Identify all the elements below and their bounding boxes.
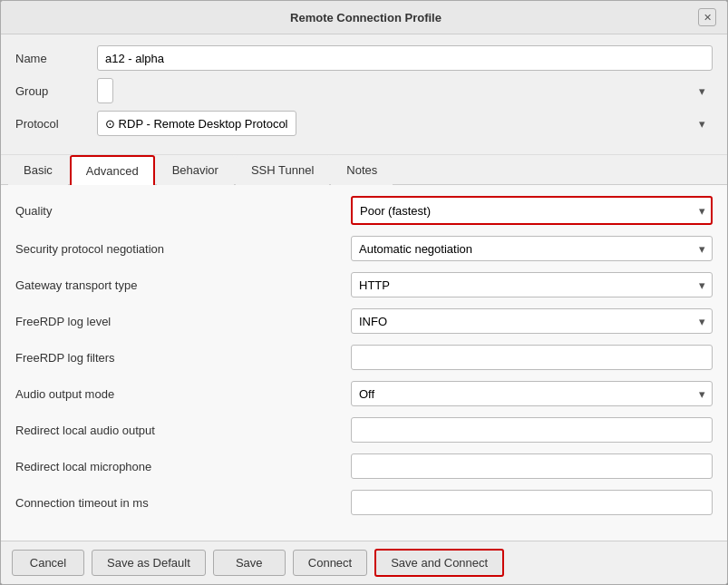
redirect-audio-row: Redirect local audio output (15, 417, 713, 443)
tab-basic[interactable]: Basic (8, 155, 68, 185)
name-label: Name (15, 52, 97, 65)
redirect-mic-label: Redirect local microphone (15, 460, 351, 473)
gateway-control: HTTP RPC (351, 272, 713, 297)
group-label: Group (15, 84, 97, 98)
name-input[interactable] (97, 45, 713, 71)
connection-timeout-label: Connection timeout in ms (15, 496, 351, 510)
tab-content-advanced: Quality Poor (fastest) Medium Good Best … (1, 185, 727, 541)
audio-output-label: Audio output mode (15, 387, 351, 401)
redirect-audio-control (351, 417, 713, 443)
group-select-wrapper (97, 78, 713, 103)
protocol-select[interactable]: ⊙ RDP - Remote Desktop Protocol (97, 111, 296, 136)
quality-select-wrapper: Poor (fastest) Medium Good Best (slowest… (351, 196, 713, 225)
protocol-select-wrapper: ⊙ RDP - Remote Desktop Protocol (97, 111, 713, 136)
redirect-mic-row: Redirect local microphone (15, 453, 713, 479)
gateway-select[interactable]: HTTP RPC (351, 272, 713, 297)
tab-behavior[interactable]: Behavior (157, 155, 234, 185)
quality-row: Quality Poor (fastest) Medium Good Best … (15, 196, 713, 225)
freerdp-filters-control (351, 345, 713, 370)
connect-button[interactable]: Connect (293, 550, 367, 576)
save-connect-button[interactable]: Save and Connect (374, 549, 504, 577)
protocol-label: Protocol (15, 117, 97, 131)
audio-output-control: Off Local Remote (351, 381, 713, 406)
gateway-row: Gateway transport type HTTP RPC (15, 272, 713, 297)
group-row: Group (15, 78, 713, 103)
save-button[interactable]: Save (213, 550, 286, 576)
form-area: Name Group Protocol ⊙ RDP - Remote Deskt… (1, 34, 727, 155)
name-row: Name (15, 45, 713, 71)
security-select[interactable]: Automatic negotiation NLA TLS RDP (351, 236, 713, 261)
close-button[interactable]: ✕ (698, 8, 716, 26)
freerdp-log-row: FreeRDP log level INFO DEBUG WARN ERROR (15, 308, 713, 334)
freerdp-log-select[interactable]: INFO DEBUG WARN ERROR (351, 308, 713, 334)
freerdp-log-control: INFO DEBUG WARN ERROR (351, 308, 713, 334)
quality-label: Quality (15, 204, 351, 218)
gateway-select-wrapper: HTTP RPC (351, 272, 713, 297)
redirect-audio-input[interactable] (351, 417, 713, 443)
footer: Cancel Save as Default Save Connect Save… (1, 541, 727, 584)
tabs-bar: Basic Advanced Behavior SSH Tunnel Notes (1, 155, 727, 185)
redirect-audio-label: Redirect local audio output (15, 424, 351, 437)
security-label: Security protocol negotiation (15, 242, 351, 256)
connection-timeout-input[interactable] (351, 490, 713, 515)
security-control: Automatic negotiation NLA TLS RDP (351, 236, 713, 261)
quality-control: Poor (fastest) Medium Good Best (slowest… (351, 196, 713, 225)
freerdp-filters-label: FreeRDP log filters (15, 351, 351, 365)
cancel-button[interactable]: Cancel (12, 550, 84, 576)
freerdp-log-select-wrapper: INFO DEBUG WARN ERROR (351, 308, 713, 334)
redirect-mic-control (351, 453, 713, 479)
tab-advanced[interactable]: Advanced (70, 155, 155, 185)
save-default-button[interactable]: Save as Default (92, 550, 206, 576)
audio-output-select-wrapper: Off Local Remote (351, 381, 713, 406)
tab-ssh-tunnel[interactable]: SSH Tunnel (236, 155, 329, 185)
connection-timeout-control (351, 490, 713, 515)
dialog-title: Remote Connection Profile (34, 11, 698, 24)
freerdp-log-label: FreeRDP log level (15, 315, 351, 328)
audio-output-row: Audio output mode Off Local Remote (15, 381, 713, 406)
title-bar: Remote Connection Profile ✕ (1, 1, 727, 34)
remote-connection-dialog: Remote Connection Profile ✕ Name Group P… (0, 0, 728, 585)
connection-timeout-row: Connection timeout in ms (15, 490, 713, 515)
protocol-row: Protocol ⊙ RDP - Remote Desktop Protocol (15, 111, 713, 136)
group-select[interactable] (97, 78, 113, 103)
gateway-label: Gateway transport type (15, 278, 351, 292)
freerdp-filters-input[interactable] (351, 345, 713, 370)
redirect-mic-input[interactable] (351, 453, 713, 479)
audio-output-select[interactable]: Off Local Remote (351, 381, 713, 406)
freerdp-filters-row: FreeRDP log filters (15, 345, 713, 370)
quality-select[interactable]: Poor (fastest) Medium Good Best (slowest… (351, 196, 713, 225)
security-row: Security protocol negotiation Automatic … (15, 236, 713, 261)
tab-notes[interactable]: Notes (331, 155, 393, 185)
security-select-wrapper: Automatic negotiation NLA TLS RDP (351, 236, 713, 261)
